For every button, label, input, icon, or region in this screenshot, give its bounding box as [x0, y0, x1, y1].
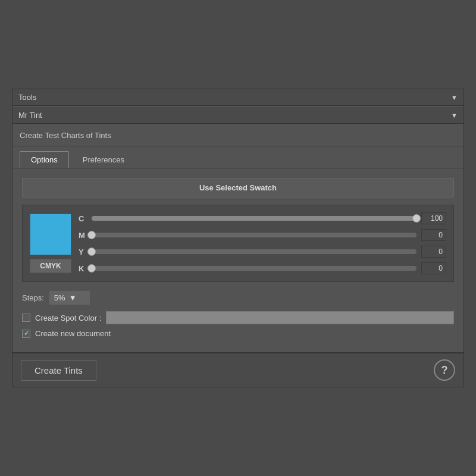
slider-value-c[interactable] [421, 212, 446, 224]
slider-label-c: C [79, 214, 87, 223]
tabs-bar: Options Preferences [12, 146, 464, 168]
slider-track-c[interactable] [92, 216, 416, 221]
slider-thumb-m[interactable] [87, 231, 96, 239]
section-header: Create Test Charts of Tints [12, 125, 464, 146]
create-tints-button[interactable]: Create Tints [21, 360, 96, 381]
create-spot-color-row: Create Spot Color : [22, 311, 454, 324]
color-area: CMYK C M [22, 205, 454, 282]
mrtint-dropdown-arrow: ▼ [451, 112, 458, 119]
create-spot-color-label: Create Spot Color : [35, 314, 101, 322]
slider-row-c: C [79, 212, 446, 224]
checkmark-icon: ✓ [24, 330, 29, 337]
steps-row: Steps: 5% ▼ [22, 290, 454, 305]
slider-track-m[interactable] [92, 233, 416, 237]
slider-label-k: K [79, 264, 87, 273]
main-panel: Tools ▼ Mr Tint ▼ Create Test Charts of … [12, 89, 464, 387]
tools-dropdown-arrow: ▼ [451, 94, 458, 101]
tools-label: Tools [18, 93, 36, 102]
slider-thumb-k[interactable] [87, 264, 96, 273]
tab-options[interactable]: Options [20, 151, 69, 168]
slider-value-k[interactable] [421, 262, 446, 274]
slider-row-k: K [79, 262, 446, 274]
slider-thumb-c[interactable] [412, 214, 421, 223]
slider-row-y: Y [79, 246, 446, 258]
slider-thumb-y[interactable] [87, 248, 96, 256]
mrtint-dropdown[interactable]: Mr Tint ▼ [12, 107, 464, 124]
slider-label-m: M [79, 231, 87, 240]
cmyk-label[interactable]: CMYK [30, 259, 71, 273]
steps-label: Steps: [22, 293, 44, 302]
slider-value-m[interactable] [421, 229, 446, 241]
slider-row-m: M [79, 229, 446, 241]
steps-dropdown-arrow: ▼ [69, 293, 77, 302]
slider-label-y: Y [79, 248, 87, 256]
help-button[interactable]: ? [434, 359, 455, 381]
steps-dropdown[interactable]: 5% ▼ [49, 290, 90, 305]
swatch-column: CMYK [30, 214, 71, 273]
spot-color-input[interactable] [106, 311, 454, 324]
color-swatch[interactable] [30, 214, 71, 255]
create-new-doc-row: ✓ Create new document [22, 329, 454, 338]
tab-content-options: Use Selected Swatch CMYK C [12, 168, 464, 352]
create-new-doc-label: Create new document [35, 329, 111, 338]
create-spot-color-checkbox[interactable] [22, 314, 30, 322]
tab-preferences[interactable]: Preferences [71, 151, 136, 168]
steps-value: 5% [54, 293, 65, 302]
slider-fill-c [92, 216, 416, 221]
create-new-doc-checkbox[interactable]: ✓ [22, 330, 30, 338]
mrtint-label: Mr Tint [18, 111, 42, 120]
slider-value-y[interactable] [421, 246, 446, 258]
bottom-bar: Create Tints ? [12, 352, 464, 387]
slider-track-k[interactable] [92, 266, 416, 271]
slider-track-y[interactable] [92, 249, 416, 254]
use-selected-swatch-button[interactable]: Use Selected Swatch [22, 178, 454, 198]
sliders-column: C M Y [79, 212, 446, 274]
tools-dropdown[interactable]: Tools ▼ [12, 89, 464, 106]
